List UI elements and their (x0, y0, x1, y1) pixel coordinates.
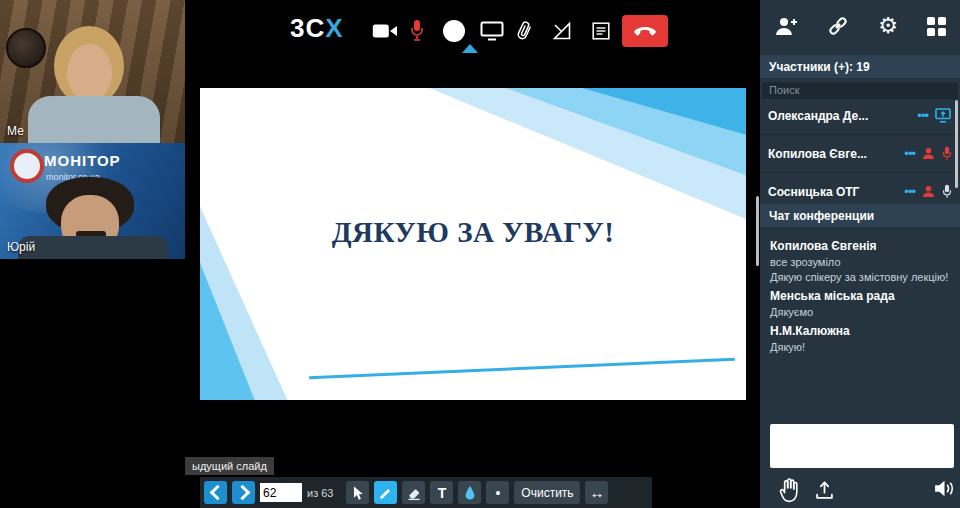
clear-annotations-button[interactable]: Очистить (514, 481, 580, 504)
participants-header: Участники (+): 19 (760, 55, 960, 78)
participant-name: Копилова Євге... (768, 147, 904, 161)
chat-message: все зрозуміло (770, 256, 950, 268)
video1-name-label: Ме (7, 124, 24, 138)
participant-row-kopylova[interactable]: Копилова Євге... ••• (760, 135, 960, 173)
wall-clock (6, 28, 46, 68)
person1-face (67, 44, 112, 102)
gear-icon: ⚙ (878, 13, 898, 39)
thickness-tool-button[interactable]: • (486, 481, 509, 504)
person-status-icon-red (922, 147, 935, 160)
monitor-logo-emblem (10, 149, 44, 183)
pen-tool-button[interactable] (374, 481, 397, 504)
person2-torso (18, 236, 168, 259)
water-drop-icon (463, 485, 477, 501)
search-input[interactable] (762, 82, 958, 99)
camera-icon (372, 23, 398, 39)
video2-name-label: Юрій (7, 240, 35, 254)
text-tool-icon: T (438, 485, 447, 501)
participant-row-oleksandra[interactable]: Олександра Де... ••• (760, 97, 960, 135)
logo-part-1: 3C (290, 13, 325, 43)
logo-part-2: X (325, 13, 343, 43)
hangup-phone-icon (632, 25, 658, 37)
person-status-icon-red (922, 185, 935, 198)
chat-author: Копилова Євгенія (770, 239, 950, 253)
slide-decor-line (309, 358, 735, 380)
annotation-toolbar: из 63 T • Очистить ↔ (200, 477, 652, 508)
video-tile-yurii[interactable]: МОНІТОР monitor.cn.ua Юрій (0, 143, 185, 259)
hand-icon (778, 477, 800, 503)
next-slide-button[interactable] (232, 481, 255, 504)
microphone-muted-icon (410, 19, 424, 43)
whiteboard-button[interactable] (552, 16, 574, 46)
slide-number-input[interactable] (260, 483, 302, 502)
monitor-watermark-title: МОНІТОР (44, 152, 121, 169)
upload-icon (814, 479, 835, 500)
3cx-logo: 3CX (290, 13, 344, 44)
chat-message: Дякую спікеру за змістовну лекцію! (770, 271, 950, 283)
notes-list-icon (592, 22, 610, 40)
participant-name: Сосницька ОТГ (768, 185, 904, 199)
mic-on-icon[interactable] (942, 184, 952, 199)
eraser-icon (406, 485, 422, 501)
mic-muted-icon-red[interactable] (942, 146, 952, 161)
participant-name: Олександра Де... (768, 109, 917, 123)
chat-message: Дякую! (770, 341, 950, 353)
speaker-icon (933, 479, 956, 498)
video-tile-me[interactable]: Ме (0, 0, 185, 143)
chat-message: Дякуємо (770, 306, 950, 318)
presentation-slide: ДЯКУЮ ЗА УВАГУ! (200, 88, 746, 400)
chat-input[interactable] (770, 424, 954, 468)
participant-more-button[interactable]: ••• (904, 184, 915, 199)
pen-icon (378, 485, 394, 501)
opacity-tool-button[interactable] (458, 481, 481, 504)
cursor-icon (350, 485, 366, 501)
text-tool-button[interactable]: T (430, 481, 453, 504)
add-participant-button[interactable] (774, 16, 798, 36)
screen-icon (480, 21, 504, 41)
chevron-left-icon (209, 485, 225, 501)
raise-hand-button[interactable] (778, 477, 800, 503)
settings-button[interactable]: ⚙ (878, 13, 898, 39)
hangup-button[interactable] (622, 15, 668, 47)
apps-grid-button[interactable] (927, 17, 946, 36)
microphone-button[interactable] (410, 16, 424, 46)
resize-horizontal-icon: ↔ (589, 484, 604, 501)
stage-scrollbar[interactable] (756, 196, 759, 266)
slide-nav-tooltip: ыдущий слайд (185, 457, 274, 475)
chat-author: Менська міська рада (770, 289, 950, 303)
meeting-window: 3CX (0, 0, 960, 508)
notes-button[interactable] (592, 16, 610, 46)
record-button[interactable] (443, 20, 465, 42)
participant-search (762, 80, 958, 97)
sidebar-top-toolbar: ⚙ (760, 0, 960, 52)
eraser-tool-button[interactable] (402, 481, 425, 504)
presenting-screen-icon (935, 108, 952, 123)
pointer-tool-button[interactable] (346, 481, 369, 504)
chat-header: Чат конференции (760, 204, 960, 227)
whiteboard-icon (552, 21, 574, 41)
screen-share-button[interactable] (480, 16, 504, 46)
person1-torso (28, 96, 160, 143)
chat-author: Н.М.Калюжна (770, 324, 950, 338)
slide-total-label: из 63 (307, 487, 333, 499)
toolbar-pointer-arrow (462, 44, 478, 53)
speaker-volume-button[interactable] (933, 479, 956, 498)
attach-button[interactable] (518, 16, 530, 46)
dot-icon: • (496, 486, 501, 500)
grid-icon (927, 17, 946, 36)
fit-width-button[interactable]: ↔ (585, 481, 608, 504)
participants-scrollbar[interactable] (955, 100, 958, 188)
camera-button[interactable] (372, 16, 398, 46)
link-icon (827, 15, 849, 37)
chat-message-list: Копилова Євгенія все зрозуміло Дякую спі… (760, 227, 960, 422)
slide-title: ДЯКУЮ ЗА УВАГУ! (200, 216, 746, 249)
chevron-right-icon (234, 485, 250, 501)
person-add-icon (774, 16, 798, 36)
participant-more-button[interactable]: ••• (917, 108, 928, 123)
share-file-button[interactable] (814, 479, 835, 500)
prev-slide-button[interactable] (204, 481, 227, 504)
participant-more-button[interactable]: ••• (904, 146, 915, 161)
copy-link-button[interactable] (827, 15, 849, 37)
